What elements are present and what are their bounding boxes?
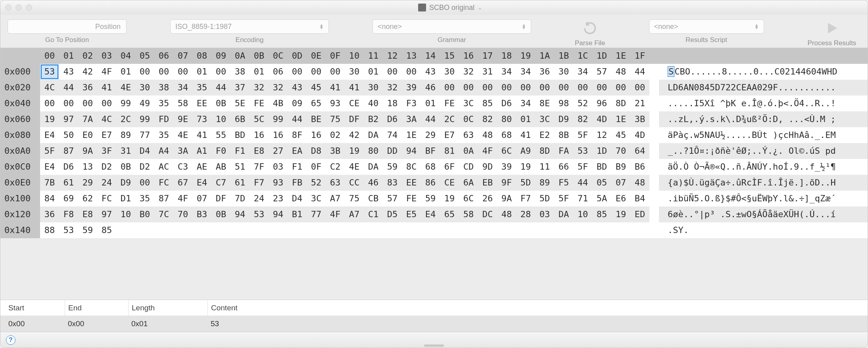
hex-byte[interactable]: 44 bbox=[59, 80, 78, 96]
hex-byte[interactable]: 8F bbox=[288, 127, 307, 143]
hex-ascii[interactable]: {a)$Ù.ügäÇa÷.ûRcÌF.î.Îjë.].õD..H bbox=[659, 175, 868, 191]
hex-byte[interactable]: D9 bbox=[116, 175, 135, 191]
hex-byte[interactable]: C2 bbox=[326, 159, 345, 175]
hex-byte[interactable]: DF bbox=[211, 191, 230, 207]
hex-byte[interactable]: 77 bbox=[307, 207, 326, 222]
hex-byte[interactable]: A4 bbox=[154, 143, 173, 159]
hex-byte[interactable]: 01 bbox=[516, 111, 535, 127]
hex-byte[interactable]: 3A bbox=[402, 111, 421, 127]
hex-byte[interactable]: FC bbox=[97, 191, 116, 207]
hex-byte[interactable]: 36 bbox=[40, 207, 59, 222]
hex-byte[interactable]: 4D bbox=[630, 127, 649, 143]
hex-byte[interactable]: B3 bbox=[192, 207, 211, 222]
hex-byte[interactable]: FE bbox=[250, 96, 269, 111]
hex-byte[interactable]: 37 bbox=[230, 80, 250, 96]
hex-byte[interactable]: 8E bbox=[535, 96, 554, 111]
hex-byte[interactable]: 62 bbox=[78, 191, 97, 207]
hex-byte[interactable]: F7 bbox=[516, 191, 535, 207]
hex-byte[interactable]: 01 bbox=[421, 96, 440, 111]
hex-byte[interactable]: 94 bbox=[402, 143, 421, 159]
hex-byte[interactable]: C1 bbox=[364, 207, 383, 222]
hex-byte[interactable]: B6 bbox=[630, 159, 649, 175]
hex-byte[interactable]: D4 bbox=[288, 191, 307, 207]
hex-byte[interactable]: 48 bbox=[497, 207, 516, 222]
hex-byte[interactable]: 00 bbox=[630, 80, 649, 96]
hex-byte[interactable]: 10 bbox=[116, 207, 135, 222]
hex-byte[interactable]: 36 bbox=[535, 64, 554, 80]
hex-byte[interactable]: 00 bbox=[288, 64, 307, 80]
hex-byte[interactable]: 8D bbox=[611, 96, 630, 111]
hex-byte[interactable]: 6B bbox=[230, 111, 250, 127]
hex-ascii[interactable]: äPàç.w5NAU½.....BÚt )çcHhAâ._.EM bbox=[659, 127, 868, 143]
hex-byte[interactable]: 00 bbox=[535, 80, 554, 96]
hex-byte[interactable]: 44 bbox=[630, 64, 649, 80]
hex-byte[interactable]: 41 bbox=[326, 80, 345, 96]
hex-byte[interactable] bbox=[192, 222, 211, 238]
hex-byte[interactable]: 4C bbox=[97, 111, 116, 127]
hex-byte[interactable]: 8D bbox=[535, 143, 554, 159]
hex-byte[interactable]: 29 bbox=[421, 127, 440, 143]
hex-byte[interactable]: 06 bbox=[269, 64, 288, 80]
hex-byte[interactable]: 7A bbox=[78, 111, 97, 127]
hex-byte[interactable]: 73 bbox=[192, 111, 211, 127]
hex-byte[interactable]: 00 bbox=[459, 80, 478, 96]
hex-byte[interactable]: A1 bbox=[192, 143, 211, 159]
hex-byte[interactable]: BD bbox=[592, 159, 611, 175]
hex-byte[interactable]: F7 bbox=[250, 175, 269, 191]
hex-byte[interactable]: E4 bbox=[40, 159, 59, 175]
info-row[interactable]: 0x00 0x00 0x01 53 bbox=[0, 316, 868, 332]
hex-row[interactable]: 0x0204C4436414E3038343544373232434541413… bbox=[0, 80, 868, 96]
hex-byte[interactable]: 52 bbox=[573, 96, 592, 111]
hex-byte[interactable]: 30 bbox=[345, 64, 364, 80]
hex-byte[interactable]: 9A bbox=[78, 143, 97, 159]
hex-byte[interactable]: 4F bbox=[326, 207, 345, 222]
hex-byte[interactable]: 34 bbox=[516, 64, 535, 80]
hex-byte[interactable]: 00 bbox=[573, 80, 592, 96]
hex-ascii[interactable]: äÖ.Ò Ò¬Ã®«Q..ñ.ÂNÚY.hoÍ.9..f_½¹¶ bbox=[659, 159, 868, 175]
hex-byte[interactable]: 00 bbox=[554, 80, 573, 96]
hex-byte[interactable]: 75 bbox=[326, 111, 345, 127]
hex-byte[interactable]: 61 bbox=[230, 175, 250, 191]
hex-byte[interactable]: D8 bbox=[307, 143, 326, 159]
hex-byte[interactable]: 63 bbox=[459, 127, 478, 143]
hex-byte[interactable]: B9 bbox=[611, 159, 630, 175]
hex-byte[interactable]: 65 bbox=[307, 96, 326, 111]
hex-byte[interactable]: 66 bbox=[554, 159, 573, 175]
hex-byte[interactable]: 42 bbox=[78, 64, 97, 80]
hex-byte[interactable] bbox=[211, 222, 230, 238]
help-button[interactable]: ? bbox=[6, 335, 15, 345]
hex-row[interactable]: 0x06019977A4C2C99FD9E73106B5C9944BE75DFB… bbox=[0, 111, 868, 127]
hex-byte[interactable]: EE bbox=[192, 96, 211, 111]
hex-byte[interactable]: E6 bbox=[611, 191, 630, 207]
hex-row[interactable]: 0x14088535985.SY. bbox=[0, 222, 868, 238]
hex-row[interactable]: 0x0005343424F010000000100380106000000300… bbox=[0, 64, 868, 80]
hex-byte[interactable]: 94 bbox=[230, 207, 250, 222]
hex-byte[interactable]: 16 bbox=[307, 127, 326, 143]
hex-byte[interactable]: E0 bbox=[78, 127, 97, 143]
hex-row[interactable]: 0x0A05F879A3F31D4A43AA1F0F1E827EAD83B198… bbox=[0, 143, 868, 159]
hex-byte[interactable]: 86 bbox=[421, 175, 440, 191]
hex-byte[interactable]: 99 bbox=[269, 111, 288, 127]
hex-byte[interactable]: 43 bbox=[59, 64, 78, 80]
hex-row[interactable]: 0x0C0E4D613D20BD2ACC3AEAB517F03F10FC24ED… bbox=[0, 159, 868, 175]
hex-byte[interactable]: E4 bbox=[40, 127, 59, 143]
hex-byte[interactable]: 00 bbox=[173, 64, 192, 80]
hex-byte[interactable] bbox=[478, 222, 497, 238]
hex-byte[interactable]: 03 bbox=[269, 159, 288, 175]
hex-byte[interactable]: E7 bbox=[97, 127, 116, 143]
hex-byte[interactable]: 34 bbox=[516, 96, 535, 111]
hex-byte[interactable]: 7F bbox=[250, 159, 269, 175]
hex-byte[interactable]: 97 bbox=[97, 207, 116, 222]
hex-byte[interactable]: 40 bbox=[364, 96, 383, 111]
hex-byte[interactable]: 30 bbox=[135, 80, 154, 96]
hex-byte[interactable]: 00 bbox=[78, 96, 97, 111]
hex-byte[interactable]: 70 bbox=[173, 207, 192, 222]
hex-byte[interactable]: 4E bbox=[345, 159, 364, 175]
hex-byte[interactable]: 4B bbox=[269, 96, 288, 111]
hex-byte[interactable]: 13 bbox=[78, 159, 97, 175]
hex-byte[interactable]: 46 bbox=[364, 175, 383, 191]
hex-byte[interactable]: DA bbox=[364, 159, 383, 175]
hex-byte[interactable]: 35 bbox=[154, 127, 173, 143]
hex-byte[interactable]: 19 bbox=[345, 143, 364, 159]
hex-byte[interactable]: 00 bbox=[383, 64, 402, 80]
